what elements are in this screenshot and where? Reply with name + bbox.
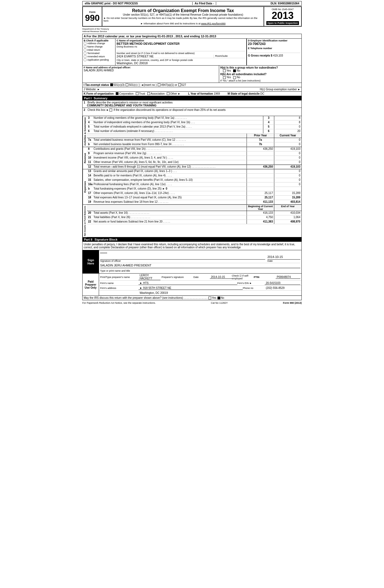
i-label: I Tax-exempt status	[84, 83, 109, 86]
part1-header: Part I Summary	[82, 96, 302, 100]
check-application-pending[interactable]: Application pending	[84, 58, 114, 61]
l17-desc: Other expenses (Part IX, column (A), lin…	[92, 191, 247, 195]
efile-middle: As Filed Data -	[192, 2, 216, 5]
col-prior-label: Prior Year	[247, 134, 274, 138]
room-value	[229, 55, 245, 58]
address-row: 2424 EVARTS STREET NE Room/suite	[117, 55, 245, 58]
website-inner: J Website: ► H(c) Group exemption number…	[84, 88, 300, 91]
check-address-change[interactable]: Address change	[84, 42, 114, 45]
line19-row: 19 Revenue less expenses Subtract line 1…	[87, 200, 301, 204]
hb-options: Yes No	[223, 76, 240, 79]
checkbox-address-change[interactable]	[84, 42, 86, 45]
dept-main	[110, 28, 302, 33]
address-label: Number and street (or P O box if mail is…	[117, 52, 245, 55]
line6-num: 6	[87, 129, 92, 133]
ts-527: 527	[178, 83, 186, 86]
signature-line	[100, 255, 265, 260]
checkbox-name-change[interactable]	[84, 45, 86, 48]
l12-current: 419,103	[274, 165, 301, 169]
hb-no-box	[233, 76, 236, 79]
k-trust-box	[136, 92, 139, 95]
netassets-content: Beginning of Current Year End of Year 20…	[87, 205, 301, 237]
line9-row: 9 Program service revenue (Part VIII, li…	[87, 151, 301, 156]
l20-end: 410,034	[274, 211, 301, 215]
l12-num: 12	[87, 165, 92, 169]
ha-no-box	[233, 69, 236, 72]
line1-num: 1	[84, 101, 85, 104]
line2-num: 2	[84, 108, 85, 111]
check-initial-return[interactable]: Initial return	[84, 49, 114, 51]
ha-yes-label: Yes	[227, 69, 231, 72]
prep-name-value: LEROY HACKETT	[139, 274, 160, 280]
l21-begin: 4,750	[247, 215, 274, 220]
line3-row: 3 Number of voting members of the govern…	[87, 116, 301, 120]
line6-desc: Total number of volunteers (estimate if …	[92, 129, 263, 133]
efile-right: DLN: 93493288015364	[269, 2, 300, 5]
l19-current: 403,814	[274, 200, 301, 204]
phone	[248, 50, 300, 53]
checkbox-initial-return[interactable]	[84, 49, 86, 51]
principal-name: SALADIN JERU AHMED	[84, 69, 218, 72]
form-note2: ► Information about Form 990 and its ins…	[140, 22, 225, 25]
line3-value: 8	[274, 116, 301, 120]
checks-col: B Check if applicable Address change Nam…	[83, 39, 115, 65]
line5-desc: Total number of individuals employed in …	[92, 125, 263, 129]
l16a-prior	[247, 182, 274, 187]
line17-row: 17 Other expenses (Part IX, column (A), …	[87, 191, 301, 196]
line13-row: 13 Grants and similar amounts paid (Part…	[87, 169, 301, 174]
l20-num: 20	[87, 211, 92, 215]
l15-num: 15	[87, 178, 92, 182]
l15-desc: Salaries, other compensation, employee b…	[92, 178, 247, 182]
paid-content: Print/Type preparer's name LEROY HACKETT…	[99, 274, 301, 296]
ts-501c3-label: 501(c)(3)	[114, 83, 125, 86]
g-label: G Gross receipts $	[248, 54, 272, 57]
l22-end: 408,970	[274, 220, 301, 224]
m-info: M State of legal domicile DC	[228, 92, 264, 95]
check-terminated[interactable]: Terminated	[84, 52, 114, 55]
part1-label: Part I	[84, 97, 92, 100]
b-label: B Check if applicable	[84, 39, 114, 42]
l21-end: 1,064	[274, 215, 301, 220]
l15-prior	[247, 178, 274, 182]
principal-row: F Name and address of principal officer:…	[82, 66, 302, 83]
website-row: J Website: ► H(c) Group exemption number…	[82, 87, 302, 92]
form-subtitle: Under section 501(c), 527, or 4947(a)(1)…	[123, 13, 243, 16]
form-number-box: Form 990	[83, 7, 102, 26]
firm-ein-value: 20-5415103	[265, 282, 300, 285]
l-value: 1969	[214, 92, 220, 95]
line7a-value: 0	[274, 138, 301, 142]
netassets-section: Net Assets or Fund Balances Beginning of…	[82, 205, 302, 237]
sign-here-1: Sign	[87, 258, 94, 262]
paid-label3: Use Only	[85, 286, 97, 289]
l19-prior: 411,133	[247, 200, 274, 204]
line3-num: 3	[87, 116, 92, 120]
netassets-side-label: Net Assets or Fund Balances	[83, 205, 87, 237]
form-title: Return of Organization Exempt From Incom…	[132, 8, 234, 13]
firm-address-value: ► 918 55TH STREET NE	[139, 286, 243, 290]
activities-section: Activities & Governance 3 Number of voti…	[82, 116, 302, 147]
ts-501c-box	[126, 83, 128, 86]
checkbox-amended-return[interactable]	[84, 55, 86, 58]
check-amended-return[interactable]: Amended return	[84, 55, 114, 58]
prep-date-label: Date	[193, 276, 210, 278]
footer-right: Form 990 (2013)	[283, 302, 302, 304]
l16a-num: 16a	[87, 182, 92, 187]
check-name-change[interactable]: Name change	[84, 45, 114, 48]
l19-num: 19	[87, 200, 92, 204]
part2-header: Part II Signature Block	[82, 237, 302, 242]
line15-row: 15 Salaries, other compensation, employe…	[87, 178, 301, 182]
initial-return-label: Initial return	[87, 49, 100, 51]
part2-section: Under penalties of perjury, I declare th…	[82, 242, 302, 250]
checkbox-terminated[interactable]	[84, 52, 86, 55]
hb-row: H(b) Are all subordinates included? Yes …	[220, 73, 300, 82]
line6-row: 6 Total number of volunteers (estimate i…	[87, 129, 301, 134]
line2-checkbox[interactable]	[109, 109, 112, 111]
line7a-desc: Total unrelated business revenue from Pa…	[92, 138, 247, 142]
checkbox-application-pending[interactable]	[84, 58, 86, 61]
paid-label-col: Paid Preparer Use Only	[83, 274, 99, 296]
line5-row: 5 Total number of individuals employed i…	[87, 125, 301, 129]
l16b-value: 0	[166, 187, 167, 190]
address-change-label: Address change	[87, 42, 105, 45]
tax-status-row: I Tax-exempt status 501(c)(3) 501(c) ( )…	[82, 83, 302, 87]
dept-label: Department of the Treasury Internal Reve…	[82, 28, 110, 33]
